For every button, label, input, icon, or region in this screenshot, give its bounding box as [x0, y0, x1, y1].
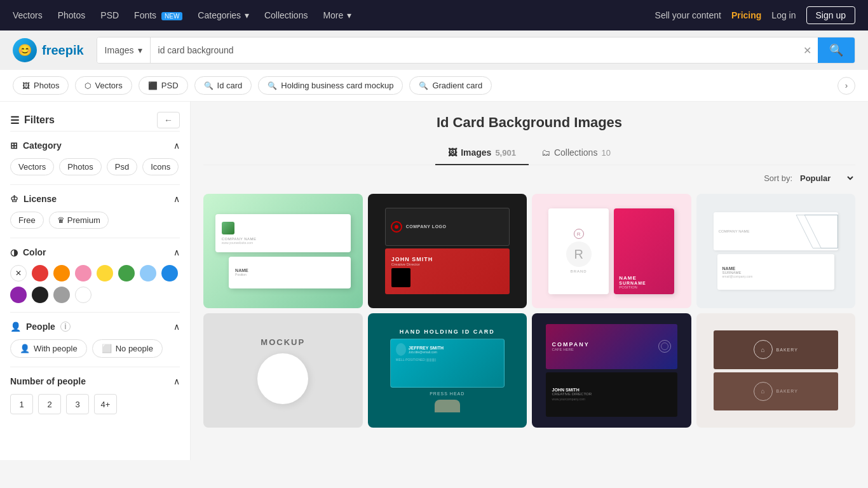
- category-photos[interactable]: Photos: [59, 158, 101, 175]
- image-card-6[interactable]: HAND HOLDING ID CARD JEFFREY SMITH Job.t…: [368, 313, 527, 428]
- with-people-icon: 👤: [20, 344, 30, 353]
- chip-idcard[interactable]: 🔍 Id card: [194, 76, 252, 95]
- nav-fonts[interactable]: Fonts NEW: [134, 10, 182, 20]
- chip-holding[interactable]: 🔍 Holding business card mockup: [258, 76, 403, 95]
- number-chips: 1 2 3 4+: [10, 394, 180, 414]
- number-3[interactable]: 3: [66, 394, 89, 414]
- images-tab-count: 5,901: [495, 148, 516, 158]
- color-red[interactable]: [32, 265, 48, 281]
- sell-content-link[interactable]: Sell your content: [655, 10, 721, 20]
- nav-collections[interactable]: Collections: [264, 10, 308, 20]
- sidebar-collapse-button[interactable]: ←: [157, 112, 180, 128]
- color-green[interactable]: [118, 265, 135, 281]
- nav-psd[interactable]: PSD: [100, 10, 119, 20]
- people-icon: 👤: [10, 322, 21, 332]
- vectors-chip-icon: ⬡: [85, 81, 91, 90]
- search-clear-button[interactable]: ✕: [797, 37, 818, 63]
- nav-categories[interactable]: Categories ▾: [198, 10, 249, 20]
- people-info-icon[interactable]: i: [60, 322, 71, 332]
- photo-chip-icon: 🖼: [22, 81, 30, 90]
- sort-label: Sort by:: [764, 173, 792, 183]
- svg-marker-0: [796, 215, 837, 248]
- license-section-header[interactable]: ♔ License ∧: [10, 194, 180, 204]
- color-black[interactable]: [32, 287, 48, 303]
- color-grey[interactable]: [53, 287, 70, 303]
- color-section: ◑ Color ∧ ✕: [10, 238, 180, 312]
- search-type-label: Images: [105, 45, 134, 55]
- category-section-header[interactable]: ⊞ Category ∧: [10, 140, 180, 151]
- image-card-2[interactable]: COMPANY LOGO JOHN SMITH Creative Directo…: [368, 194, 527, 308]
- people-collapse-icon: ∧: [173, 322, 180, 332]
- people-section-header[interactable]: 👤 People i ∧: [10, 322, 180, 332]
- top-nav-left: Vectors Photos PSD Fonts NEW Categories …: [13, 10, 351, 20]
- page-title: Id Card Background Images: [203, 114, 855, 131]
- number-people-header[interactable]: Number of people ∧: [10, 376, 180, 386]
- license-collapse-icon: ∧: [173, 194, 180, 204]
- image-card-3[interactable]: R R BRAND NAME SURNAME POSITION: [532, 194, 691, 308]
- image-card-7[interactable]: COMPANY CAFE HERE JOHN SMITH CREATIVE DI…: [532, 313, 691, 428]
- chip-vectors-label: Vectors: [95, 81, 122, 90]
- gradient-chip-icon: 🔍: [419, 81, 428, 90]
- category-psd[interactable]: Psd: [107, 158, 137, 175]
- people-section: 👤 People i ∧ 👤 With people ⬜ No people: [10, 312, 180, 367]
- color-clear[interactable]: ✕: [10, 265, 27, 281]
- image-card-8[interactable]: ⌂ BAKERY ⌂ BAKERY: [696, 313, 856, 428]
- image-card-1[interactable]: COMPANY NAME www.yourwebsite.com NAME Po…: [203, 194, 363, 308]
- color-collapse-icon: ∧: [173, 247, 180, 257]
- chip-psd-label: PSD: [161, 81, 179, 90]
- color-pink[interactable]: [75, 265, 92, 281]
- sort-select[interactable]: Popular Latest Best match: [797, 173, 855, 184]
- color-white[interactable]: [75, 287, 92, 303]
- color-orange[interactable]: [53, 265, 70, 281]
- search-input[interactable]: [151, 37, 797, 63]
- images-tab-icon: 🖼: [448, 147, 457, 158]
- license-icon: ♔: [10, 194, 18, 204]
- tab-images[interactable]: 🖼 Images 5,901: [435, 141, 529, 165]
- image-card-5[interactable]: MOCKUP: [203, 313, 363, 428]
- with-people-button[interactable]: 👤 With people: [10, 339, 87, 358]
- nav-vectors[interactable]: Vectors: [13, 10, 43, 20]
- color-blue[interactable]: [161, 265, 178, 281]
- color-yellow[interactable]: [97, 265, 113, 281]
- chip-psd[interactable]: ⬛ PSD: [139, 76, 188, 95]
- collections-tab-count: 10: [601, 148, 610, 158]
- number-4plus[interactable]: 4+: [94, 394, 117, 414]
- category-vectors[interactable]: Vectors: [10, 158, 54, 175]
- collections-tab-icon: 🗂: [541, 147, 550, 158]
- number-people-title: Number of people: [10, 376, 86, 386]
- color-purple[interactable]: [10, 287, 27, 303]
- chip-gradient[interactable]: 🔍 Gradient card: [409, 76, 492, 95]
- logo[interactable]: 😊 freepik: [13, 38, 84, 62]
- content-area: Id Card Background Images 🖼 Images 5,901…: [191, 102, 868, 460]
- chip-vectors[interactable]: ⬡ Vectors: [75, 76, 132, 95]
- category-title: ⊞ Category: [10, 140, 62, 151]
- number-people-collapse-icon: ∧: [173, 376, 180, 386]
- pricing-link[interactable]: Pricing: [731, 10, 761, 20]
- number-1[interactable]: 1: [10, 394, 33, 414]
- search-bar: 😊 freepik Images ▾ ✕ 🔍: [0, 30, 868, 70]
- logo-icon: 😊: [13, 38, 37, 62]
- image-card-4[interactable]: COMPANY NAME NAME SURNAME email@company.…: [696, 194, 856, 308]
- license-section: ♔ License ∧ Free ♛ Premium: [10, 184, 180, 238]
- no-people-button[interactable]: ⬜ No people: [92, 339, 163, 358]
- login-button[interactable]: Log in: [771, 10, 796, 20]
- psd-chip-icon: ⬛: [148, 81, 158, 90]
- color-lightblue[interactable]: [140, 265, 156, 281]
- nav-more[interactable]: More ▾: [323, 10, 351, 20]
- color-section-header[interactable]: ◑ Color ∧: [10, 247, 180, 257]
- search-type-dropdown[interactable]: Images ▾: [97, 37, 151, 63]
- license-free[interactable]: Free: [10, 212, 44, 229]
- chips-next-button[interactable]: ›: [837, 77, 855, 95]
- nav-photos[interactable]: Photos: [58, 10, 86, 20]
- signup-button[interactable]: Sign up: [806, 6, 855, 24]
- license-premium[interactable]: ♛ Premium: [49, 212, 109, 229]
- category-icons[interactable]: Icons: [142, 158, 179, 175]
- filter-icon: ☰: [10, 114, 19, 126]
- category-chips: Vectors Photos Psd Icons: [10, 158, 180, 175]
- number-2[interactable]: 2: [38, 394, 61, 414]
- tab-collections[interactable]: 🗂 Collections 10: [529, 141, 623, 165]
- license-chips: Free ♛ Premium: [10, 212, 180, 229]
- chip-photos[interactable]: 🖼 Photos: [13, 76, 69, 95]
- search-submit-button[interactable]: 🔍: [818, 37, 855, 63]
- idcard-chip-icon: 🔍: [204, 81, 214, 90]
